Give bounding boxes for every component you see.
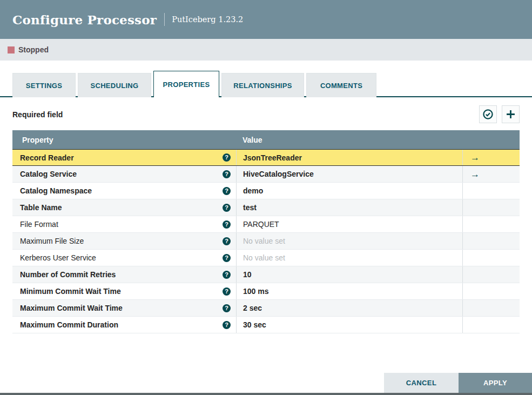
add-property-button[interactable]: [502, 105, 520, 123]
table-row[interactable]: Record Reader ? JsonTreeReader →: [12, 149, 520, 166]
tab-label: SCHEDULING: [91, 82, 139, 90]
help-icon[interactable]: ?: [223, 254, 231, 262]
property-value[interactable]: No value set: [236, 233, 462, 249]
property-cell: Table Name ?: [12, 199, 236, 216]
goto-cell: [462, 300, 520, 316]
goto-cell: [462, 266, 520, 283]
table-row[interactable]: Kerberos User Service ? No value set: [12, 250, 520, 266]
stopped-status-icon: [8, 46, 15, 53]
help-icon[interactable]: ?: [223, 170, 231, 178]
table-row[interactable]: Maximum Commit Duration ? 30 sec: [12, 317, 520, 333]
status-bar: Stopped: [0, 39, 532, 61]
table-header-row: Property Value: [12, 130, 520, 149]
help-icon[interactable]: ?: [223, 237, 231, 245]
table-row[interactable]: Catalog Service ? HiveCatalogService →: [12, 166, 520, 183]
property-value[interactable]: JsonTreeReader: [236, 150, 462, 165]
stopped-status-label: Stopped: [18, 45, 49, 54]
property-action-buttons: [479, 105, 520, 123]
tab-label: RELATIONSHIPS: [233, 82, 292, 90]
goto-cell: [462, 199, 520, 216]
property-name-label: Table Name: [20, 203, 223, 212]
table-toolbar: Required field: [0, 97, 532, 129]
goto-cell: →: [462, 150, 520, 165]
table-row[interactable]: Maximum Commit Wait Time ? 2 sec: [12, 300, 520, 317]
property-cell: File Format ?: [12, 216, 236, 232]
tab-comments[interactable]: COMMENTS: [306, 73, 376, 97]
properties-table: Property Value Record Reader ? JsonTreeR…: [12, 130, 520, 333]
property-name-label: Minimum Commit Wait Time: [20, 287, 223, 296]
property-cell: Maximum Commit Duration ?: [12, 317, 236, 333]
required-field-note: Required field: [12, 110, 63, 119]
help-icon[interactable]: ?: [223, 153, 231, 162]
tab-settings[interactable]: SETTINGS: [12, 73, 76, 97]
property-name-label: Record Reader: [20, 153, 223, 162]
property-name-label: Number of Commit Retries: [20, 270, 223, 279]
property-column-header: Property: [12, 136, 236, 144]
property-name-label: File Format: [20, 220, 223, 229]
help-icon[interactable]: ?: [223, 204, 231, 212]
tab-scheduling[interactable]: SCHEDULING: [78, 73, 151, 97]
verify-properties-button[interactable]: [479, 105, 497, 123]
goto-cell: [462, 317, 520, 333]
plus-icon: [505, 109, 516, 120]
tab-properties[interactable]: PROPERTIES: [153, 71, 219, 97]
check-circle-icon: [482, 109, 494, 120]
property-name-label: Catalog Service: [20, 170, 223, 178]
property-value[interactable]: HiveCatalogService: [236, 166, 462, 182]
tab-bar: SETTINGS SCHEDULING PROPERTIES RELATIONS…: [0, 61, 532, 97]
property-cell: Maximum Commit Wait Time ?: [12, 300, 236, 316]
value-column-header: Value: [236, 136, 520, 144]
property-name-label: Maximum Commit Duration: [20, 320, 223, 329]
property-cell: Kerberos User Service ?: [12, 250, 236, 266]
property-value[interactable]: PARQUET: [236, 216, 462, 232]
goto-cell: →: [462, 166, 520, 182]
property-name-label: Kerberos User Service: [20, 253, 223, 262]
table-row[interactable]: Maximum File Size ? No value set: [12, 233, 520, 250]
tab-label: SETTINGS: [26, 82, 62, 90]
property-value[interactable]: No value set: [236, 250, 462, 266]
help-icon[interactable]: ?: [223, 271, 231, 279]
help-icon[interactable]: ?: [223, 321, 231, 329]
table-row[interactable]: Number of Commit Retries ? 10: [12, 266, 520, 283]
processor-type-version: PutIceberg 1.23.2: [172, 15, 243, 24]
table-row[interactable]: Minimum Commit Wait Time ? 100 ms: [12, 283, 520, 300]
window-bottom-edge: [0, 393, 532, 395]
goto-cell: [462, 183, 520, 199]
table-row[interactable]: Catalog Namespace ? demo: [12, 183, 520, 199]
property-value[interactable]: 100 ms: [236, 283, 462, 299]
dialog-header: Configure Processor PutIceberg 1.23.2: [0, 0, 532, 39]
cancel-button[interactable]: CANCEL: [384, 373, 459, 393]
property-value[interactable]: 30 sec: [236, 317, 462, 333]
property-cell: Maximum File Size ?: [12, 233, 236, 249]
apply-button[interactable]: APPLY: [459, 373, 532, 393]
help-icon[interactable]: ?: [223, 287, 231, 296]
property-name-label: Catalog Namespace: [20, 186, 223, 195]
dialog-title: Configure Processor: [12, 12, 157, 27]
help-icon[interactable]: ?: [223, 220, 231, 229]
property-cell: Catalog Service ?: [12, 166, 236, 182]
tab-relationships[interactable]: RELATIONSHIPS: [221, 73, 304, 97]
tab-label: PROPERTIES: [163, 81, 210, 89]
header-divider: [164, 13, 165, 26]
table-row[interactable]: Table Name ? test: [12, 199, 520, 216]
property-name-label: Maximum Commit Wait Time: [20, 304, 223, 312]
property-value[interactable]: test: [236, 199, 462, 216]
property-value[interactable]: 2 sec: [236, 300, 462, 316]
property-value[interactable]: 10: [236, 266, 462, 283]
property-cell: Catalog Namespace ?: [12, 183, 236, 199]
table-body: Record Reader ? JsonTreeReader → Catalog…: [12, 149, 520, 333]
property-value[interactable]: demo: [236, 183, 462, 199]
goto-cell: [462, 283, 520, 299]
dialog-footer: CANCEL APPLY: [384, 373, 532, 393]
tab-label: COMMENTS: [320, 82, 362, 90]
property-name-label: Maximum File Size: [20, 237, 223, 245]
help-icon[interactable]: ?: [223, 187, 231, 195]
goto-cell: [462, 250, 520, 266]
goto-service-arrow-icon[interactable]: →: [470, 153, 480, 162]
goto-service-arrow-icon[interactable]: →: [470, 170, 480, 179]
property-cell: Record Reader ?: [12, 150, 236, 165]
help-icon[interactable]: ?: [223, 304, 231, 312]
property-cell: Minimum Commit Wait Time ?: [12, 283, 236, 299]
table-row[interactable]: File Format ? PARQUET: [12, 216, 520, 233]
property-cell: Number of Commit Retries ?: [12, 266, 236, 283]
